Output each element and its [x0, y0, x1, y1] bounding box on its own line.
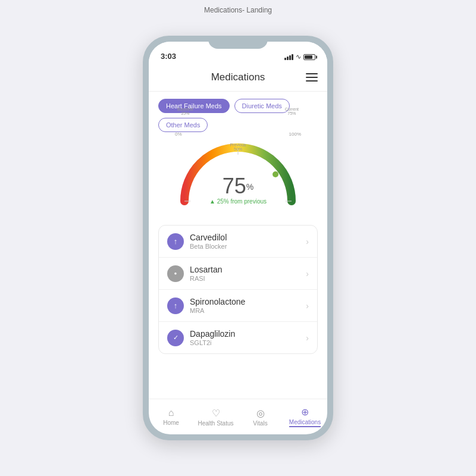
med-icon-spironolactone: ↑	[167, 298, 184, 314]
content-area: Heart Failure Meds Diuretic Meds Other M…	[149, 92, 327, 399]
category-tabs: Heart Failure Meds Diuretic Meds Other M…	[158, 99, 318, 132]
med-name-dapaglilozin: Dapaglilozin	[190, 329, 300, 339]
screen-label: Medications- Landing	[204, 6, 272, 14]
nav-medications[interactable]: ⊕ Medications	[283, 399, 327, 434]
phone-screen: 3:03 ∿ Medications	[149, 42, 327, 434]
med-info-spironolactone: Spironolactone MRA	[190, 297, 300, 314]
chevron-icon-carvedilol: ›	[306, 237, 309, 246]
bottom-nav: ⌂ Home ♡ Health Status ◎ Vitals ⊕ Medica…	[149, 399, 327, 434]
gauge-label-75: Current 75%	[285, 107, 299, 115]
gauge-label-100: 100%	[289, 131, 301, 137]
notch	[208, 36, 268, 49]
med-item-carvedilol[interactable]: ↑ Carvedilol Beta Blocker ›	[159, 226, 317, 258]
chevron-icon-losartan: ›	[306, 269, 309, 278]
gauge-percent: %	[246, 182, 253, 192]
phone-frame: 3:03 ∿ Medications	[143, 36, 333, 440]
med-icon-carvedilol: ↑	[167, 233, 184, 250]
svg-point-0	[273, 171, 278, 177]
med-type-spironolactone: MRA	[190, 307, 300, 314]
gauge-label-25: Baseline 25%	[177, 107, 193, 115]
battery-icon	[303, 54, 315, 60]
nav-health-status[interactable]: ♡ Health Status	[193, 399, 238, 434]
medication-list: ↑ Carvedilol Beta Blocker › ● Losartan R…	[158, 225, 318, 354]
chevron-icon-dapaglilozin: ›	[306, 333, 309, 343]
med-item-spironolactone[interactable]: ↑ Spironolactone MRA ›	[159, 290, 317, 322]
med-info-carvedilol: Carvedilol Beta Blocker	[190, 233, 300, 250]
gauge-center-value: 75% ▲ 25% from previous	[209, 176, 267, 205]
med-item-dapaglilozin[interactable]: ✓ Dapaglilozin SGLT2i ›	[159, 322, 317, 353]
chevron-icon-spironolactone: ›	[306, 301, 309, 311]
med-name-carvedilol: Carvedilol	[190, 233, 300, 242]
tab-diuretic-meds[interactable]: Diuretic Meds	[234, 99, 290, 113]
med-name-spironolactone: Spironolactone	[190, 297, 300, 306]
med-icon-dapaglilozin: ✓	[167, 330, 184, 346]
nav-home[interactable]: ⌂ Home	[149, 399, 193, 434]
status-time: 3:03	[161, 52, 176, 61]
med-name-losartan: Losartan	[190, 265, 300, 274]
wifi-icon: ∿	[296, 53, 301, 61]
nav-health-status-label: Health Status	[198, 420, 233, 427]
nav-vitals[interactable]: ◎ Vitals	[238, 399, 283, 434]
gauge-chart: 0% Baseline 25% Previous 50% Current	[173, 142, 303, 213]
tab-other-meds[interactable]: Other Meds	[158, 118, 208, 132]
med-icon-losartan: ●	[167, 265, 184, 282]
gauge-change-text: ▲ 25% from previous	[209, 198, 267, 205]
med-info-dapaglilozin: Dapaglilozin SGLT2i	[190, 329, 300, 346]
med-info-losartan: Losartan RASI	[190, 265, 300, 282]
tab-heart-failure-meds[interactable]: Heart Failure Meds	[158, 99, 230, 113]
med-type-dapaglilozin: SGLT2i	[190, 339, 300, 346]
app-title: Medications	[211, 71, 265, 83]
med-item-losartan[interactable]: ● Losartan RASI ›	[159, 258, 317, 290]
nav-vitals-label: Vitals	[253, 420, 267, 427]
gauge-numeric-value: 75	[223, 174, 246, 198]
hamburger-button[interactable]	[306, 73, 318, 82]
vitals-icon: ◎	[256, 408, 265, 419]
med-type-losartan: RASI	[190, 275, 300, 282]
gauge-label-50: Previous 50%	[230, 143, 246, 151]
home-icon: ⌂	[168, 408, 174, 418]
nav-medications-label: Medications	[289, 419, 321, 427]
gauge-label-0: 0%	[175, 131, 182, 137]
signal-icon	[284, 54, 293, 60]
gauge-section: 0% Baseline 25% Previous 50% Current	[158, 139, 318, 218]
medications-icon: ⊕	[301, 406, 309, 418]
app-header: Medications	[149, 63, 327, 92]
status-icons: ∿	[284, 53, 315, 61]
nav-home-label: Home	[163, 419, 179, 426]
med-type-carvedilol: Beta Blocker	[190, 243, 300, 250]
health-status-icon: ♡	[212, 408, 220, 419]
